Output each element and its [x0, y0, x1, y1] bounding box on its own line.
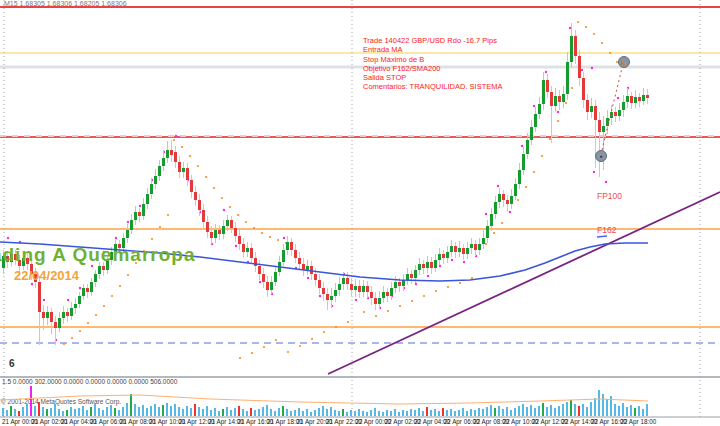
- trade-annotation-block: Trade 140422 GBP/USD Rdo -16.7 Pips Entr…: [363, 36, 502, 92]
- annotation-line: Stop Máximo de B: [363, 55, 502, 64]
- annotation-line: Comentarios: TRANQUILIDAD. SISTEMA: [363, 82, 502, 91]
- trade-exit-marker-icon: ◣: [618, 56, 630, 68]
- annotation-line: Entrada MA: [363, 45, 502, 54]
- entry-dot-icon: ●: [599, 153, 602, 159]
- watermark-date: 22/04/2014: [14, 268, 79, 283]
- annotation-line: Objetivo F162/SMA200: [363, 64, 502, 73]
- exit-arrow-icon: ◣: [622, 59, 627, 65]
- mt4-chart-window: © 2001-2014 MetaQuotes Software Corp. ,M…: [0, 0, 720, 426]
- time-axis: 21 Apr 00:0021 Apr 02:0021 Apr 04:0021 A…: [0, 418, 720, 426]
- time-axis-label: 22 Apr 18:00: [620, 418, 656, 425]
- fib-label-fp100: FP100: [597, 191, 622, 201]
- price-chart-canvas[interactable]: [0, 0, 720, 426]
- fib-label-f162: F162: [597, 225, 616, 235]
- watermark-title: Trading A Quemarropa: [0, 244, 195, 266]
- annotation-line: Salida STOP: [363, 73, 502, 82]
- trade-entry-marker-icon: ●: [595, 150, 607, 162]
- clipped-price-label: 6: [9, 358, 15, 369]
- annotation-line: Trade 140422 GBP/USD Rdo -16.7 Pips: [363, 36, 502, 45]
- chart-title-ohlc: ,M15 1.68305 1.68306 1.68205 1.68306: [2, 0, 127, 7]
- indicator-values-label: 1.5 0.0000 302.0000 0.0000 0.0000 0.0000…: [2, 378, 177, 385]
